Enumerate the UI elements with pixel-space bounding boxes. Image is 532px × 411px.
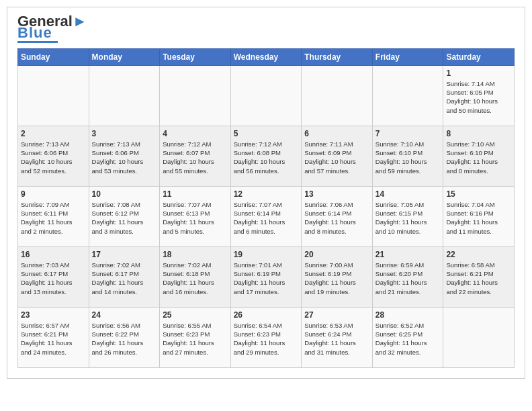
- calendar-cell: 20Sunrise: 7:00 AM Sunset: 6:19 PM Dayli…: [302, 246, 373, 307]
- calendar-week-4: 23Sunrise: 6:57 AM Sunset: 6:21 PM Dayli…: [18, 307, 515, 367]
- day-info: Sunrise: 7:00 AM Sunset: 6:19 PM Dayligh…: [304, 261, 369, 296]
- day-number: 18: [163, 250, 228, 259]
- day-number: 13: [304, 189, 369, 199]
- calendar-cell: [89, 65, 160, 126]
- calendar-cell: 26Sunrise: 6:54 AM Sunset: 6:23 PM Dayli…: [230, 307, 302, 367]
- day-info: Sunrise: 6:52 AM Sunset: 6:25 PM Dayligh…: [375, 321, 441, 357]
- day-number: 7: [375, 129, 441, 138]
- calendar-cell: [302, 65, 373, 126]
- calendar-cell: 13Sunrise: 7:06 AM Sunset: 6:14 PM Dayli…: [302, 186, 373, 246]
- calendar-cell: 27Sunrise: 6:53 AM Sunset: 6:24 PM Dayli…: [302, 307, 373, 367]
- day-info: Sunrise: 7:12 AM Sunset: 6:08 PM Dayligh…: [234, 140, 299, 175]
- calendar-cell: 14Sunrise: 7:05 AM Sunset: 6:15 PM Dayli…: [372, 186, 443, 246]
- day-info: Sunrise: 6:53 AM Sunset: 6:24 PM Dayligh…: [304, 321, 369, 357]
- col-header-sunday: Sunday: [18, 48, 89, 65]
- day-number: 10: [92, 189, 157, 199]
- day-info: Sunrise: 6:57 AM Sunset: 6:21 PM Dayligh…: [21, 321, 86, 357]
- day-info: Sunrise: 7:02 AM Sunset: 6:18 PM Dayligh…: [163, 261, 228, 296]
- day-number: 21: [375, 250, 441, 259]
- day-number: 2: [21, 129, 86, 138]
- day-number: 3: [92, 129, 157, 138]
- day-info: Sunrise: 6:56 AM Sunset: 6:22 PM Dayligh…: [92, 321, 157, 357]
- calendar-cell: [230, 65, 302, 126]
- calendar-cell: 28Sunrise: 6:52 AM Sunset: 6:25 PM Dayli…: [372, 307, 443, 367]
- logo-blue-text: Blue: [17, 26, 87, 40]
- calendar-cell: 6Sunrise: 7:11 AM Sunset: 6:09 PM Daylig…: [302, 126, 373, 186]
- calendar-cell: 8Sunrise: 7:10 AM Sunset: 6:10 PM Daylig…: [443, 126, 515, 186]
- day-info: Sunrise: 7:04 AM Sunset: 6:16 PM Dayligh…: [446, 200, 511, 236]
- calendar-cell: 15Sunrise: 7:04 AM Sunset: 6:16 PM Dayli…: [443, 186, 515, 246]
- day-info: Sunrise: 7:11 AM Sunset: 6:09 PM Dayligh…: [304, 140, 369, 175]
- calendar-cell: 25Sunrise: 6:55 AM Sunset: 6:23 PM Dayli…: [160, 307, 231, 367]
- day-info: Sunrise: 6:58 AM Sunset: 6:21 PM Dayligh…: [446, 261, 511, 296]
- calendar-week-1: 2Sunrise: 7:13 AM Sunset: 6:06 PM Daylig…: [18, 126, 515, 186]
- day-number: 9: [21, 189, 86, 199]
- calendar-page: General► Blue SundayMondayTuesdayWednesd…: [7, 7, 525, 379]
- day-info: Sunrise: 7:01 AM Sunset: 6:19 PM Dayligh…: [234, 261, 299, 296]
- day-number: 1: [446, 68, 511, 78]
- day-info: Sunrise: 7:09 AM Sunset: 6:11 PM Dayligh…: [21, 200, 86, 236]
- calendar-cell: [160, 65, 231, 126]
- day-info: Sunrise: 6:59 AM Sunset: 6:20 PM Dayligh…: [375, 261, 441, 296]
- day-number: 12: [234, 189, 299, 199]
- calendar-week-0: 1Sunrise: 7:14 AM Sunset: 6:05 PM Daylig…: [18, 65, 515, 126]
- calendar-table: SundayMondayTuesdayWednesdayThursdayFrid…: [17, 48, 515, 368]
- calendar-cell: 21Sunrise: 6:59 AM Sunset: 6:20 PM Dayli…: [372, 246, 443, 307]
- calendar-cell: 18Sunrise: 7:02 AM Sunset: 6:18 PM Dayli…: [160, 246, 231, 307]
- day-info: Sunrise: 7:14 AM Sunset: 6:05 PM Dayligh…: [446, 79, 511, 115]
- calendar-cell: 22Sunrise: 6:58 AM Sunset: 6:21 PM Dayli…: [443, 246, 515, 307]
- day-number: 8: [446, 129, 511, 138]
- col-header-tuesday: Tuesday: [160, 48, 231, 65]
- calendar-cell: 4Sunrise: 7:12 AM Sunset: 6:07 PM Daylig…: [160, 126, 231, 186]
- day-number: 4: [163, 129, 228, 138]
- day-info: Sunrise: 7:02 AM Sunset: 6:17 PM Dayligh…: [92, 261, 157, 296]
- day-number: 24: [92, 310, 157, 320]
- calendar-cell: 7Sunrise: 7:10 AM Sunset: 6:10 PM Daylig…: [372, 126, 443, 186]
- day-number: 23: [21, 310, 86, 320]
- calendar-cell: 16Sunrise: 7:03 AM Sunset: 6:17 PM Dayli…: [18, 246, 89, 307]
- day-info: Sunrise: 7:10 AM Sunset: 6:10 PM Dayligh…: [446, 140, 511, 175]
- day-number: 17: [92, 250, 157, 259]
- day-info: Sunrise: 6:54 AM Sunset: 6:23 PM Dayligh…: [234, 321, 299, 357]
- calendar-cell: 9Sunrise: 7:09 AM Sunset: 6:11 PM Daylig…: [18, 186, 89, 246]
- calendar-week-2: 9Sunrise: 7:09 AM Sunset: 6:11 PM Daylig…: [18, 186, 515, 246]
- calendar-header-row: SundayMondayTuesdayWednesdayThursdayFrid…: [18, 48, 515, 65]
- calendar-cell: 11Sunrise: 7:07 AM Sunset: 6:13 PM Dayli…: [160, 186, 231, 246]
- calendar-cell: [18, 65, 89, 126]
- day-number: 27: [304, 310, 369, 320]
- day-info: Sunrise: 7:10 AM Sunset: 6:10 PM Dayligh…: [375, 140, 441, 175]
- day-info: Sunrise: 7:03 AM Sunset: 6:17 PM Dayligh…: [21, 261, 86, 296]
- day-info: Sunrise: 7:12 AM Sunset: 6:07 PM Dayligh…: [163, 140, 228, 175]
- day-number: 19: [234, 250, 299, 259]
- day-number: 25: [163, 310, 228, 320]
- calendar-cell: 12Sunrise: 7:07 AM Sunset: 6:14 PM Dayli…: [230, 186, 302, 246]
- calendar-cell: 5Sunrise: 7:12 AM Sunset: 6:08 PM Daylig…: [230, 126, 302, 186]
- day-number: 14: [375, 189, 441, 199]
- day-info: Sunrise: 7:13 AM Sunset: 6:06 PM Dayligh…: [92, 140, 157, 175]
- day-number: 20: [304, 250, 369, 259]
- calendar-cell: 17Sunrise: 7:02 AM Sunset: 6:17 PM Dayli…: [89, 246, 160, 307]
- calendar-cell: 23Sunrise: 6:57 AM Sunset: 6:21 PM Dayli…: [18, 307, 89, 367]
- col-header-saturday: Saturday: [443, 48, 515, 65]
- calendar-week-3: 16Sunrise: 7:03 AM Sunset: 6:17 PM Dayli…: [18, 246, 515, 307]
- calendar-cell: 1Sunrise: 7:14 AM Sunset: 6:05 PM Daylig…: [443, 65, 515, 126]
- day-number: 5: [234, 129, 299, 138]
- logo: General► Blue: [17, 14, 87, 43]
- day-number: 26: [234, 310, 299, 320]
- day-number: 15: [446, 189, 511, 199]
- day-number: 11: [163, 189, 228, 199]
- calendar-cell: 10Sunrise: 7:08 AM Sunset: 6:12 PM Dayli…: [89, 186, 160, 246]
- calendar-cell: 24Sunrise: 6:56 AM Sunset: 6:22 PM Dayli…: [89, 307, 160, 367]
- day-info: Sunrise: 7:08 AM Sunset: 6:12 PM Dayligh…: [92, 200, 157, 236]
- calendar-cell: [443, 307, 515, 367]
- day-info: Sunrise: 7:13 AM Sunset: 6:06 PM Dayligh…: [21, 140, 86, 175]
- col-header-thursday: Thursday: [302, 48, 373, 65]
- day-number: 16: [21, 250, 86, 259]
- day-info: Sunrise: 7:06 AM Sunset: 6:14 PM Dayligh…: [304, 200, 369, 236]
- day-info: Sunrise: 7:07 AM Sunset: 6:14 PM Dayligh…: [234, 200, 299, 236]
- day-info: Sunrise: 6:55 AM Sunset: 6:23 PM Dayligh…: [163, 321, 228, 357]
- col-header-monday: Monday: [89, 48, 160, 65]
- calendar-cell: 19Sunrise: 7:01 AM Sunset: 6:19 PM Dayli…: [230, 246, 302, 307]
- day-number: 22: [446, 250, 511, 259]
- day-number: 28: [375, 310, 441, 320]
